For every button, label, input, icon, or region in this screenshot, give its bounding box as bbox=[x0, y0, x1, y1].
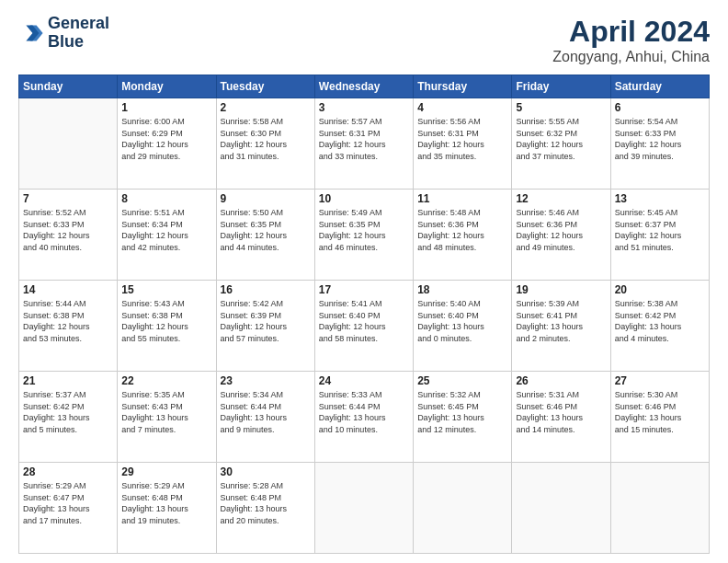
day-number: 6 bbox=[615, 101, 705, 114]
day-number: 29 bbox=[121, 465, 211, 478]
logo-line1: General bbox=[48, 15, 109, 33]
day-info: Sunrise: 5:40 AM Sunset: 6:40 PM Dayligh… bbox=[417, 298, 507, 344]
day-info: Sunrise: 5:46 AM Sunset: 6:36 PM Dayligh… bbox=[516, 207, 606, 253]
weekday-header: Monday bbox=[118, 75, 216, 98]
calendar-cell: 17Sunrise: 5:41 AM Sunset: 6:40 PM Dayli… bbox=[314, 281, 413, 372]
day-info: Sunrise: 5:30 AM Sunset: 6:46 PM Dayligh… bbox=[615, 389, 705, 435]
day-info: Sunrise: 5:29 AM Sunset: 6:47 PM Dayligh… bbox=[23, 480, 113, 526]
calendar-cell: 18Sunrise: 5:40 AM Sunset: 6:40 PM Dayli… bbox=[414, 281, 512, 372]
day-number: 7 bbox=[23, 192, 113, 205]
day-info: Sunrise: 5:51 AM Sunset: 6:34 PM Dayligh… bbox=[121, 207, 211, 253]
calendar-cell: 26Sunrise: 5:31 AM Sunset: 6:46 PM Dayli… bbox=[512, 372, 610, 463]
day-info: Sunrise: 5:43 AM Sunset: 6:38 PM Dayligh… bbox=[121, 298, 211, 344]
day-number: 15 bbox=[121, 283, 211, 296]
weekday-header: Wednesday bbox=[314, 75, 413, 98]
calendar-cell: 3Sunrise: 5:57 AM Sunset: 6:31 PM Daylig… bbox=[314, 98, 413, 190]
day-info: Sunrise: 5:57 AM Sunset: 6:31 PM Dayligh… bbox=[319, 116, 409, 162]
day-info: Sunrise: 5:55 AM Sunset: 6:32 PM Dayligh… bbox=[516, 116, 606, 162]
day-info: Sunrise: 5:35 AM Sunset: 6:43 PM Dayligh… bbox=[121, 389, 211, 435]
day-number: 21 bbox=[23, 374, 113, 387]
calendar-cell: 30Sunrise: 5:28 AM Sunset: 6:48 PM Dayli… bbox=[216, 463, 314, 554]
day-number: 3 bbox=[319, 101, 409, 114]
day-number: 30 bbox=[221, 465, 311, 478]
calendar-cell: 29Sunrise: 5:29 AM Sunset: 6:48 PM Dayli… bbox=[118, 463, 216, 554]
calendar-table: SundayMondayTuesdayWednesdayThursdayFrid… bbox=[18, 75, 710, 554]
calendar-cell: 22Sunrise: 5:35 AM Sunset: 6:43 PM Dayli… bbox=[118, 372, 216, 463]
logo: General Blue bbox=[18, 15, 109, 52]
calendar-week-row: 1Sunrise: 6:00 AM Sunset: 6:29 PM Daylig… bbox=[19, 98, 710, 190]
day-info: Sunrise: 5:48 AM Sunset: 6:36 PM Dayligh… bbox=[417, 207, 507, 253]
logo-icon bbox=[18, 20, 44, 46]
weekday-header: Sunday bbox=[19, 75, 118, 98]
day-number: 12 bbox=[516, 192, 606, 205]
day-info: Sunrise: 5:54 AM Sunset: 6:33 PM Dayligh… bbox=[615, 116, 705, 162]
day-number: 19 bbox=[516, 283, 606, 296]
day-number: 24 bbox=[319, 374, 409, 387]
calendar-cell bbox=[314, 463, 413, 554]
day-info: Sunrise: 6:00 AM Sunset: 6:29 PM Dayligh… bbox=[121, 116, 211, 162]
day-number: 22 bbox=[121, 374, 211, 387]
day-info: Sunrise: 5:39 AM Sunset: 6:41 PM Dayligh… bbox=[516, 298, 606, 344]
page: General Blue April 2024 Zongyang, Anhui,… bbox=[0, 0, 728, 563]
day-number: 1 bbox=[121, 101, 211, 114]
calendar-cell: 13Sunrise: 5:45 AM Sunset: 6:37 PM Dayli… bbox=[610, 190, 709, 281]
calendar-cell: 24Sunrise: 5:33 AM Sunset: 6:44 PM Dayli… bbox=[314, 372, 413, 463]
day-info: Sunrise: 5:44 AM Sunset: 6:38 PM Dayligh… bbox=[23, 298, 113, 344]
calendar-cell bbox=[19, 98, 118, 190]
day-number: 28 bbox=[23, 465, 113, 478]
calendar-cell: 15Sunrise: 5:43 AM Sunset: 6:38 PM Dayli… bbox=[118, 281, 216, 372]
day-number: 2 bbox=[221, 101, 311, 114]
logo-line2: Blue bbox=[48, 33, 109, 52]
calendar-cell: 25Sunrise: 5:32 AM Sunset: 6:45 PM Dayli… bbox=[414, 372, 512, 463]
day-number: 18 bbox=[417, 283, 507, 296]
main-title: April 2024 bbox=[552, 15, 710, 49]
day-info: Sunrise: 5:31 AM Sunset: 6:46 PM Dayligh… bbox=[516, 389, 606, 435]
weekday-header: Tuesday bbox=[216, 75, 314, 98]
day-number: 5 bbox=[516, 101, 606, 114]
calendar-week-row: 28Sunrise: 5:29 AM Sunset: 6:47 PM Dayli… bbox=[19, 463, 710, 554]
calendar-cell: 14Sunrise: 5:44 AM Sunset: 6:38 PM Dayli… bbox=[19, 281, 118, 372]
day-info: Sunrise: 5:50 AM Sunset: 6:35 PM Dayligh… bbox=[221, 207, 311, 253]
weekday-header: Thursday bbox=[414, 75, 512, 98]
day-number: 20 bbox=[615, 283, 705, 296]
day-number: 13 bbox=[615, 192, 705, 205]
day-info: Sunrise: 5:56 AM Sunset: 6:31 PM Dayligh… bbox=[417, 116, 507, 162]
calendar-week-row: 7Sunrise: 5:52 AM Sunset: 6:33 PM Daylig… bbox=[19, 190, 710, 281]
calendar-cell bbox=[414, 463, 512, 554]
calendar-cell: 11Sunrise: 5:48 AM Sunset: 6:36 PM Dayli… bbox=[414, 190, 512, 281]
day-number: 14 bbox=[23, 283, 113, 296]
calendar-cell: 12Sunrise: 5:46 AM Sunset: 6:36 PM Dayli… bbox=[512, 190, 610, 281]
calendar-cell: 10Sunrise: 5:49 AM Sunset: 6:35 PM Dayli… bbox=[314, 190, 413, 281]
calendar-cell: 21Sunrise: 5:37 AM Sunset: 6:42 PM Dayli… bbox=[19, 372, 118, 463]
day-number: 8 bbox=[121, 192, 211, 205]
day-number: 25 bbox=[417, 374, 507, 387]
calendar-cell: 2Sunrise: 5:58 AM Sunset: 6:30 PM Daylig… bbox=[216, 98, 314, 190]
calendar-cell: 1Sunrise: 6:00 AM Sunset: 6:29 PM Daylig… bbox=[118, 98, 216, 190]
day-info: Sunrise: 5:52 AM Sunset: 6:33 PM Dayligh… bbox=[23, 207, 113, 253]
day-number: 27 bbox=[615, 374, 705, 387]
day-info: Sunrise: 5:28 AM Sunset: 6:48 PM Dayligh… bbox=[221, 480, 311, 526]
calendar-cell bbox=[610, 463, 709, 554]
day-number: 9 bbox=[221, 192, 311, 205]
weekday-header: Saturday bbox=[610, 75, 709, 98]
weekday-header: Friday bbox=[512, 75, 610, 98]
logo-text: General Blue bbox=[48, 15, 109, 52]
calendar-cell: 9Sunrise: 5:50 AM Sunset: 6:35 PM Daylig… bbox=[216, 190, 314, 281]
day-info: Sunrise: 5:29 AM Sunset: 6:48 PM Dayligh… bbox=[121, 480, 211, 526]
calendar-body: 1Sunrise: 6:00 AM Sunset: 6:29 PM Daylig… bbox=[19, 98, 710, 554]
day-info: Sunrise: 5:49 AM Sunset: 6:35 PM Dayligh… bbox=[319, 207, 409, 253]
day-number: 17 bbox=[319, 283, 409, 296]
header: General Blue April 2024 Zongyang, Anhui,… bbox=[18, 15, 710, 65]
day-info: Sunrise: 5:37 AM Sunset: 6:42 PM Dayligh… bbox=[23, 389, 113, 435]
calendar-cell: 27Sunrise: 5:30 AM Sunset: 6:46 PM Dayli… bbox=[610, 372, 709, 463]
calendar-cell: 5Sunrise: 5:55 AM Sunset: 6:32 PM Daylig… bbox=[512, 98, 610, 190]
day-info: Sunrise: 5:41 AM Sunset: 6:40 PM Dayligh… bbox=[319, 298, 409, 344]
calendar-cell: 20Sunrise: 5:38 AM Sunset: 6:42 PM Dayli… bbox=[610, 281, 709, 372]
day-number: 26 bbox=[516, 374, 606, 387]
calendar-header-row: SundayMondayTuesdayWednesdayThursdayFrid… bbox=[19, 75, 710, 98]
day-info: Sunrise: 5:45 AM Sunset: 6:37 PM Dayligh… bbox=[615, 207, 705, 253]
calendar-week-row: 21Sunrise: 5:37 AM Sunset: 6:42 PM Dayli… bbox=[19, 372, 710, 463]
day-number: 16 bbox=[221, 283, 311, 296]
day-info: Sunrise: 5:32 AM Sunset: 6:45 PM Dayligh… bbox=[417, 389, 507, 435]
day-info: Sunrise: 5:34 AM Sunset: 6:44 PM Dayligh… bbox=[221, 389, 311, 435]
